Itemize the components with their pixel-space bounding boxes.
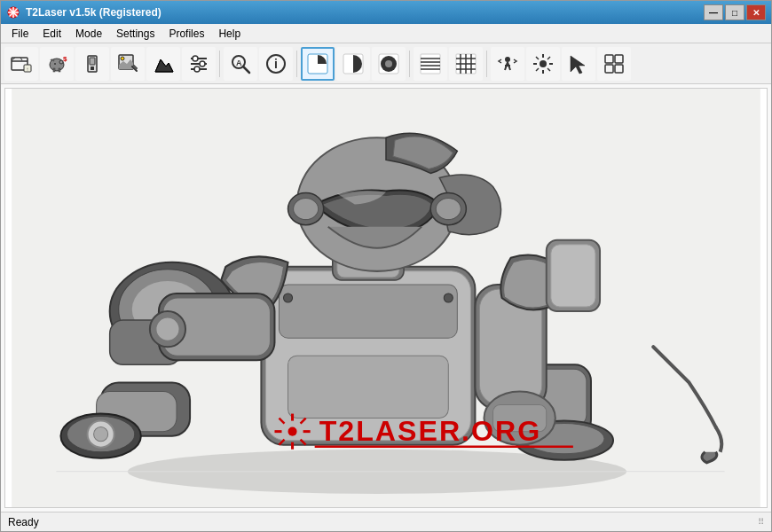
svg-point-26 [194,66,200,72]
svg-point-50 [540,60,547,67]
svg-line-58 [536,68,539,71]
minimize-button[interactable]: — [704,4,723,20]
svg-point-36 [385,60,392,67]
run-fast-btn[interactable] [491,47,524,81]
app-icon [6,5,20,20]
svg-rect-37 [421,54,440,74]
image-edit-btn[interactable] [111,47,145,81]
svg-line-28 [243,66,249,73]
main-area: T2LASER.ORG [1,84,771,512]
svg-rect-61 [615,55,623,63]
svg-rect-15 [90,58,95,65]
svg-marker-59 [571,56,585,74]
title-bar: T2Laser v1.5k (Registered) — □ ✕ [1,1,771,24]
canvas-area: T2LASER.ORG [4,88,768,508]
status-bar: Ready ⠿ [1,512,771,531]
svg-point-25 [200,61,205,66]
toolbar-separator-4 [486,51,487,77]
svg-rect-60 [605,55,613,63]
svg-point-96 [294,199,319,220]
image-convert-btn[interactable] [146,47,180,81]
toolbar: ↑ $ [1,43,771,84]
save-btn[interactable]: $ [40,47,74,81]
menu-help[interactable]: Help [211,26,248,42]
svg-point-49 [505,57,510,62]
svg-point-75 [94,427,108,442]
menu-mode[interactable]: Mode [68,26,109,42]
toolbar-separator-1 [219,51,220,77]
menu-edit[interactable]: Edit [35,26,68,42]
crosshatch-btn[interactable] [449,47,483,81]
status-text: Ready [8,516,39,528]
svg-rect-82 [279,285,457,338]
title-bar-left: T2Laser v1.5k (Registered) [6,5,161,20]
full-dither-btn[interactable] [372,47,406,81]
menu-settings[interactable]: Settings [109,26,161,42]
arrow-move-btn[interactable] [562,47,595,81]
svg-rect-16 [91,66,94,70]
settings-sliders-btn[interactable] [182,47,216,81]
half-dither-btn[interactable] [336,47,370,81]
robot-canvas: T2LASER.ORG [5,89,767,507]
menu-bar: File Edit Mode Settings Profiles Help [1,24,771,43]
svg-text:A: A [236,59,242,67]
svg-text:$: $ [63,55,67,63]
svg-rect-10 [53,68,55,72]
main-window: T2Laser v1.5k (Registered) — □ ✕ File Ed… [0,0,772,532]
laser-burst-btn[interactable] [526,47,560,81]
resize-grip[interactable]: ⠿ [758,517,764,527]
grid-layout-btn[interactable] [597,47,631,81]
svg-line-57 [547,57,550,59]
svg-point-112 [288,427,297,436]
search-btn[interactable]: A [224,47,257,81]
maximize-button[interactable]: □ [725,4,744,20]
usb-btn[interactable] [75,47,109,81]
quarter-dither-btn[interactable] [301,47,335,81]
svg-rect-11 [59,68,60,72]
toolbar-separator-2 [296,51,297,77]
svg-text:i: i [274,57,278,71]
svg-point-84 [284,293,293,302]
svg-point-94 [436,199,461,220]
svg-line-55 [536,57,539,59]
svg-point-12 [54,63,56,65]
info-btn[interactable]: i [259,47,293,81]
svg-rect-63 [615,65,623,73]
svg-point-18 [121,57,124,60]
close-button[interactable]: ✕ [746,4,766,20]
svg-point-100 [156,317,179,340]
window-title: T2Laser v1.5k (Registered) [26,6,161,19]
svg-rect-83 [288,356,449,418]
svg-text:↑: ↑ [27,66,29,72]
toolbar-separator-3 [409,51,410,77]
svg-text:T2LASER.ORG: T2LASER.ORG [319,415,542,447]
title-buttons: — □ ✕ [704,4,766,20]
svg-rect-62 [605,65,613,73]
svg-line-56 [547,68,550,71]
svg-rect-102 [551,245,595,307]
menu-file[interactable]: File [4,26,35,42]
menu-profiles[interactable]: Profiles [161,26,211,42]
lines-btn[interactable] [414,47,447,81]
open-file-btn[interactable]: ↑ [4,47,38,81]
svg-point-85 [444,293,453,302]
svg-point-24 [193,56,198,61]
